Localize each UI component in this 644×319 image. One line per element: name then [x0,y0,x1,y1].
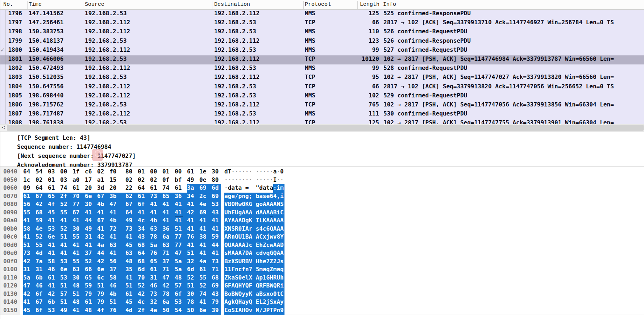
hex-byte[interactable]: 53 [48,225,60,234]
hex-byte[interactable]: 4b [109,290,125,299]
hex-byte[interactable]: 32 [150,298,162,307]
ascii-char[interactable]: g [228,298,232,307]
ascii-char[interactable]: A [280,249,284,258]
ascii-char[interactable]: d [224,168,228,176]
ascii-char[interactable]: d [228,184,232,193]
hex-byte[interactable]: 30 [72,274,85,282]
ascii-char[interactable]: 9 [280,307,284,315]
ascii-char[interactable]: d [256,209,259,217]
hex-byte[interactable]: 20 [109,184,125,193]
packet-row[interactable]: 1798150.383753192.168.2.112192.168.2.53M… [0,28,644,37]
ascii-char[interactable]: ; [249,193,255,201]
hex-byte[interactable]: 50 [187,307,199,315]
ascii-char[interactable]: I [242,225,245,234]
packet-row[interactable]: 1797147.256461192.168.2.112192.168.2.53T… [0,19,644,28]
ascii-char[interactable]: s [280,258,284,266]
ascii-char[interactable]: A [266,209,270,217]
hex-byte[interactable]: 15 [109,176,125,185]
hex-byte[interactable]: 61 [187,168,199,176]
hex-byte[interactable]: 67 [125,201,138,209]
hex-byte[interactable]: 03 [60,176,72,185]
hex-byte[interactable]: 47 [23,282,36,290]
hex-byte[interactable]: 41 [97,225,109,234]
hex-byte[interactable]: 44 [212,242,221,250]
ascii-char[interactable]: R [273,274,277,282]
hex-byte[interactable]: 7a [36,258,48,266]
hex-byte[interactable]: 67 [36,193,48,201]
ascii-char[interactable]: Q [273,249,277,258]
ascii-char[interactable]: Q [224,242,228,250]
ascii-char[interactable]: Z [270,266,273,274]
column-header-no[interactable]: No. [3,1,13,8]
hex-byte[interactable]: 73 [150,193,162,201]
hex-byte[interactable]: 31 [150,274,162,282]
ascii-char[interactable]: A [256,274,259,282]
hex-byte[interactable]: 41 [48,249,60,258]
hex-byte[interactable]: 6f [36,307,48,315]
ascii-char[interactable]: V [249,258,255,266]
hex-byte[interactable]: 53 [212,201,221,209]
ascii-char[interactable]: M [256,307,259,315]
ascii-char[interactable]: j [266,298,270,307]
ascii-char[interactable]: 0 [242,201,245,209]
hex-byte[interactable]: 6a [162,298,175,307]
hex-byte[interactable]: 3d [97,184,109,193]
hex-byte[interactable]: 78 [187,298,199,307]
hex-byte[interactable]: 4d [36,249,48,258]
ascii-char[interactable]: A [231,217,235,225]
hex-byte[interactable]: 77 [175,242,187,250]
ascii-char[interactable]: 7 [242,249,245,258]
hex-byte[interactable]: 6e [199,307,212,315]
hex-byte[interactable]: 64 [138,249,150,258]
hex-byte[interactable]: 6f [138,201,150,209]
ascii-char[interactable]: A [266,201,270,209]
ascii-char[interactable]: P [273,307,277,315]
hex-byte[interactable]: 52 [60,201,72,209]
ascii-char[interactable]: Z [224,274,228,282]
hex-byte[interactable]: 79 [97,290,109,299]
ascii-char[interactable]: H [242,307,245,315]
ascii-char[interactable]: · [266,176,270,185]
hex-byte[interactable]: 48 [72,282,85,290]
ascii-char[interactable]: a [273,168,277,176]
packet-row[interactable]: 1799150.418137192.168.2.53192.168.2.112M… [0,37,644,46]
ascii-char[interactable]: G [249,201,255,209]
hex-byte[interactable]: 55 [199,274,212,282]
ascii-char[interactable]: 7 [249,266,255,274]
hex-byte[interactable]: 76 [109,307,125,315]
hex-byte[interactable]: 73 [212,258,221,266]
hex-byte[interactable]: 32 [187,258,199,266]
ascii-char[interactable]: A [249,249,255,258]
ascii-char[interactable]: A [277,225,280,234]
ascii-char[interactable]: A [242,209,245,217]
hex-byte[interactable]: 02 [125,176,138,185]
ascii-char[interactable]: e [242,274,245,282]
ascii-char[interactable]: B [231,290,235,299]
hex-byte[interactable]: 76 [187,233,199,242]
hex-byte[interactable]: 41 [23,233,36,242]
hex-byte[interactable]: 41 [109,233,125,242]
hex-byte[interactable]: 78 [162,290,175,299]
ascii-char[interactable]: P [266,307,270,315]
ascii-char[interactable]: A [249,209,255,217]
ascii-char[interactable]: b [256,193,259,201]
hex-byte[interactable]: 2c [199,193,212,201]
hex-byte[interactable]: 4e [36,225,48,234]
ascii-char[interactable]: 4 [259,225,263,234]
hex-byte[interactable]: 42 [48,290,60,299]
column-separator[interactable] [357,1,358,9]
ascii-char[interactable]: A [231,282,235,290]
hex-byte[interactable]: 46 [150,282,162,290]
hex-byte[interactable]: 41 [72,242,85,250]
ascii-char[interactable]: t [235,184,238,193]
hex-byte[interactable]: 61 [150,184,162,193]
ascii-char[interactable]: C [259,233,263,242]
ascii-char[interactable]: H [270,274,273,282]
ascii-char[interactable]: Q [235,298,238,307]
ascii-char[interactable]: / [235,193,238,201]
ascii-char[interactable]: · [238,168,242,176]
column-header-destination[interactable]: Destination [214,1,250,8]
ascii-char[interactable]: · [259,168,263,176]
hex-byte[interactable]: 63 [162,242,175,250]
hex-byte[interactable]: 6e [48,233,60,242]
